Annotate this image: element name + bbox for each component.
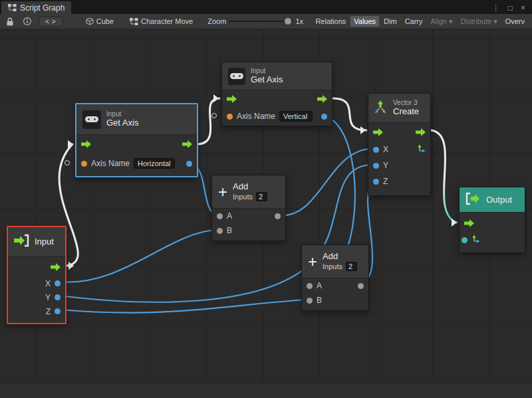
node-output[interactable]: Output bbox=[459, 187, 525, 253]
flow-out-port[interactable] bbox=[317, 95, 327, 103]
node-input-event[interactable]: Input X Y Z bbox=[7, 226, 66, 324]
align-dropdown[interactable]: Align ▾ bbox=[428, 16, 456, 27]
float-result-port[interactable] bbox=[186, 161, 192, 167]
node-header: Input Get Axis bbox=[222, 62, 332, 90]
carry-toggle[interactable]: Carry bbox=[402, 16, 426, 27]
port-label: Z bbox=[383, 177, 388, 186]
flow-in-port[interactable] bbox=[227, 95, 237, 103]
overview-button[interactable]: Overv bbox=[502, 16, 528, 27]
flow-out-port[interactable] bbox=[416, 128, 426, 136]
node-title: Create bbox=[393, 107, 419, 117]
breadcrumb-asset[interactable]: Cube bbox=[86, 17, 114, 25]
axis-name-row: Axis Name bbox=[222, 108, 332, 125]
distribute-dropdown[interactable]: Distribute ▾ bbox=[458, 16, 501, 27]
output-port-x[interactable] bbox=[55, 280, 61, 286]
axis-name-input[interactable] bbox=[279, 111, 313, 122]
input-port-z[interactable] bbox=[373, 179, 379, 185]
port-row-z: Z bbox=[8, 304, 65, 318]
graph-icon bbox=[130, 18, 138, 25]
toolbar-toggles: Relations Values Dim Carry Align ▾ Distr… bbox=[312, 16, 528, 27]
sum-output-port[interactable] bbox=[275, 213, 281, 219]
edit-graph-button[interactable]: < > bbox=[39, 17, 63, 27]
flow-port-row bbox=[460, 215, 525, 231]
port-label: Y bbox=[45, 293, 51, 302]
cube-icon bbox=[86, 17, 94, 25]
input-port-y[interactable] bbox=[373, 163, 379, 169]
port-label: Z bbox=[46, 307, 51, 316]
vector3-icon bbox=[373, 100, 388, 117]
asset-label: Cube bbox=[96, 17, 114, 25]
wire-flow-getaxis-h-to-getaxis-v[interactable] bbox=[198, 98, 219, 144]
param-label: Axis Name bbox=[237, 112, 275, 121]
inputs-label: Inputs bbox=[323, 262, 342, 271]
breadcrumb-graph[interactable]: Character Move bbox=[130, 17, 193, 25]
port-label: X bbox=[45, 279, 51, 288]
flow-out-port[interactable] bbox=[51, 263, 61, 271]
node-get-axis-horizontal[interactable]: Input Get Axis Axis Name bbox=[75, 103, 198, 177]
graph-canvas[interactable]: Input Get Axis Axis Name bbox=[0, 29, 532, 383]
port-row-y: Y bbox=[368, 157, 430, 173]
port-label: B bbox=[227, 226, 232, 235]
output-port-z[interactable] bbox=[55, 308, 61, 314]
node-title: Output bbox=[486, 195, 512, 205]
wire-input-x-to-add1-b[interactable] bbox=[60, 230, 217, 282]
default-value-ring bbox=[65, 160, 70, 165]
tab-script-graph[interactable]: Script Graph bbox=[1, 1, 71, 14]
vector3-input-port[interactable] bbox=[462, 237, 467, 243]
maximize-icon[interactable]: □ bbox=[508, 3, 513, 13]
input-port-a[interactable] bbox=[307, 283, 313, 289]
flow-in-port[interactable] bbox=[373, 128, 383, 136]
axis-name-input[interactable] bbox=[134, 158, 175, 169]
zoom-label: Zoom bbox=[207, 17, 226, 25]
values-toggle[interactable]: Values bbox=[350, 16, 379, 27]
close-icon[interactable]: × bbox=[521, 3, 525, 13]
port-row-a: A bbox=[212, 209, 285, 223]
node-vector3-create[interactable]: Vector 3 Create X Y Z bbox=[368, 93, 431, 196]
node-header: Vector 3 Create bbox=[368, 94, 430, 123]
graph-toolbar: < > Cube Character Move Zoom 1x Relation… bbox=[0, 14, 532, 29]
port-label: B bbox=[317, 296, 322, 305]
tab-bar: Script Graph ⋮ □ × bbox=[0, 0, 532, 14]
input-port-a[interactable] bbox=[217, 213, 223, 219]
port-row-y: Y bbox=[8, 290, 65, 304]
sum-output-port[interactable] bbox=[358, 283, 364, 289]
node-add-2[interactable]: + Add Inputs A B bbox=[301, 245, 369, 311]
node-add-1[interactable]: + Add Inputs A B bbox=[211, 175, 286, 241]
menu-icon[interactable]: ⋮ bbox=[492, 3, 500, 13]
status-bar bbox=[0, 383, 532, 398]
zoom-slider[interactable] bbox=[229, 21, 293, 22]
dim-toggle[interactable]: Dim bbox=[380, 16, 400, 27]
xyz-gizmo-icon bbox=[471, 234, 480, 246]
zoom-slider-handle[interactable] bbox=[285, 18, 291, 25]
wire-add1-to-vector3-x[interactable] bbox=[279, 149, 372, 215]
node-get-axis-vertical[interactable]: Input Get Axis Axis Name bbox=[221, 62, 332, 126]
node-title: Get Axis bbox=[106, 118, 138, 128]
input-event-icon bbox=[13, 234, 29, 250]
flow-in-port[interactable] bbox=[464, 219, 474, 227]
info-icon[interactable] bbox=[21, 15, 33, 27]
string-port[interactable] bbox=[227, 114, 233, 120]
flow-out-port[interactable] bbox=[182, 140, 192, 148]
input-port-b[interactable] bbox=[217, 228, 223, 234]
lock-icon[interactable] bbox=[4, 15, 16, 27]
param-label: Axis Name bbox=[91, 159, 130, 168]
flow-in-port[interactable] bbox=[81, 140, 91, 148]
input-port-x[interactable] bbox=[373, 147, 379, 153]
script-graph-window: Script Graph ⋮ □ × < > Cube Character Mo… bbox=[0, 0, 532, 398]
input-port-b[interactable] bbox=[307, 298, 313, 304]
float-result-port[interactable] bbox=[321, 114, 327, 120]
plus-icon: + bbox=[308, 254, 317, 270]
node-title: Get Axis bbox=[251, 75, 283, 85]
node-header: Input Get Axis bbox=[76, 104, 197, 135]
port-row-b: B bbox=[302, 293, 368, 308]
string-port[interactable] bbox=[81, 161, 87, 167]
node-header: Input bbox=[8, 227, 65, 256]
relations-toggle[interactable]: Relations bbox=[312, 16, 349, 27]
inputs-count-input[interactable] bbox=[256, 192, 267, 201]
vector3-output-port[interactable] bbox=[417, 144, 426, 155]
inputs-count-input[interactable] bbox=[346, 262, 357, 271]
output-port-y[interactable] bbox=[55, 294, 61, 300]
flow-port-row bbox=[222, 90, 332, 108]
gamepad-icon bbox=[228, 68, 245, 85]
wire-flow-vector3-to-output[interactable] bbox=[431, 130, 457, 223]
